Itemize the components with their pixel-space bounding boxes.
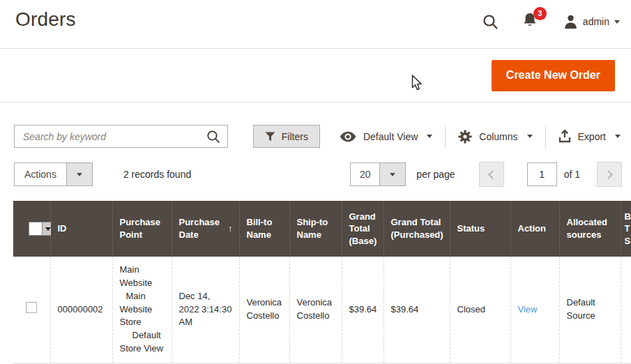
chevron-left-icon <box>488 170 497 179</box>
column-header-purchase-date[interactable]: Purchase Date ↑ <box>172 201 239 257</box>
export-label: Export <box>578 131 606 142</box>
allocated-sources-cell: Default Source <box>559 257 621 363</box>
grid-header-row: ID Purchase Point Purchase Date ↑ Bill-t… <box>13 201 631 257</box>
global-search-icon[interactable] <box>482 14 499 30</box>
column-header-ship-to[interactable]: Ship-to Name <box>289 201 342 257</box>
toolbar-divider <box>545 126 546 148</box>
select-all-checkbox[interactable] <box>29 222 42 235</box>
notification-count-badge: 3 <box>533 7 547 20</box>
eye-icon <box>340 131 356 142</box>
order-row: 000000002 Main Website Main Website Stor… <box>13 257 631 363</box>
view-selector-label: Default View <box>363 131 418 142</box>
admin-username: admin <box>583 16 609 27</box>
mass-actions-label: Actions <box>15 163 66 185</box>
page-header: Orders 3 admin <box>0 0 631 49</box>
bill-to-cell: Veronica Costello <box>239 257 289 363</box>
total-pages-label: of 1 <box>564 169 580 180</box>
column-header-purchase-point[interactable]: Purchase Point <box>112 201 172 257</box>
status-cell: Closed <box>450 257 510 363</box>
row-select-cell <box>13 257 50 363</box>
user-icon <box>563 14 578 30</box>
per-page-caret[interactable] <box>379 163 405 185</box>
ship-to-cell: Veronica Costello <box>289 257 342 363</box>
export-control[interactable]: Export <box>558 130 621 143</box>
order-id-cell: 000000002 <box>50 257 112 363</box>
grid-controls-bar: Actions 2 records found 20 per page of 1 <box>0 162 631 187</box>
mass-actions-select[interactable]: Actions <box>14 162 93 186</box>
purchase-point-store-view: Default Store View <box>120 329 165 356</box>
grand-total-base-cell: $39.64 <box>342 257 383 363</box>
keyword-search <box>14 125 228 148</box>
grid-view-controls: Filters Default View <box>253 125 621 148</box>
admin-menu[interactable]: admin <box>563 14 620 30</box>
search-icon[interactable] <box>206 130 220 144</box>
column-header-allocated-sources[interactable]: Allocated sources <box>559 201 621 257</box>
search-input[interactable] <box>23 131 206 142</box>
purchase-date-label: Purchase Date <box>179 217 220 240</box>
filter-icon <box>265 132 275 142</box>
chevron-down-icon <box>615 135 621 138</box>
pagination-controls: 20 per page of 1 <box>350 162 622 187</box>
next-page-button[interactable] <box>597 162 622 187</box>
clipped-header-line: B <box>625 211 631 223</box>
column-header-grand-total-purchased[interactable]: Grand Total (Purchased) <box>383 201 450 257</box>
row-checkbox[interactable] <box>26 302 37 313</box>
purchase-date-cell: Dec 14, 2022 3:14:30 AM <box>172 257 239 363</box>
previous-page-button[interactable] <box>479 162 504 187</box>
clipped-cell <box>621 257 631 363</box>
sort-ascending-icon[interactable]: ↑ <box>228 222 233 235</box>
per-page-label: per page <box>416 169 455 180</box>
gear-icon <box>458 130 472 144</box>
view-order-link[interactable]: View <box>518 304 538 314</box>
toolbar-divider <box>445 126 446 148</box>
export-icon <box>558 130 571 143</box>
mass-actions-caret[interactable] <box>66 163 92 185</box>
purchase-point-website: Main Website <box>120 264 165 290</box>
create-new-order-button[interactable]: Create New Order <box>492 60 615 91</box>
columns-control[interactable]: Columns <box>458 130 532 144</box>
clipped-header-line: S <box>625 235 631 248</box>
chevron-down-icon <box>527 135 533 138</box>
header-actions: 3 admin <box>482 8 620 31</box>
purchase-point-cell: Main Website Main Website Store Default … <box>112 257 172 363</box>
chevron-right-icon <box>604 170 613 179</box>
column-header-action[interactable]: Action <box>510 201 559 257</box>
per-page-select[interactable]: 20 <box>350 162 406 186</box>
column-header-status[interactable]: Status <box>450 201 510 257</box>
chevron-down-icon <box>614 20 620 24</box>
records-found-text: 2 records found <box>123 169 191 180</box>
column-header-grand-total-base[interactable]: Grand Total (Base) <box>342 201 383 257</box>
current-page-input[interactable] <box>527 162 557 186</box>
column-header-clipped[interactable]: B T S <box>621 201 631 257</box>
chevron-down-icon <box>427 135 432 138</box>
grand-total-purchased-cell: $39.64 <box>383 257 450 363</box>
page-actions-bar: Create New Order <box>0 49 631 103</box>
per-page-value: 20 <box>351 163 379 185</box>
orders-grid: ID Purchase Point Purchase Date ↑ Bill-t… <box>13 201 631 364</box>
purchase-point-store: Main Website Store <box>120 290 165 330</box>
clipped-header-line: T <box>625 222 631 235</box>
column-header-bill-to[interactable]: Bill-to Name <box>239 201 289 257</box>
filters-button[interactable]: Filters <box>253 125 320 148</box>
select-all-header <box>13 201 50 257</box>
page-title: Orders <box>15 8 76 31</box>
view-selector[interactable]: Default View <box>340 131 432 142</box>
filters-label: Filters <box>282 131 308 142</box>
columns-label: Columns <box>479 131 517 142</box>
grid-toolbar: Filters Default View <box>0 125 631 148</box>
action-cell: View <box>510 257 559 363</box>
column-header-id[interactable]: ID <box>50 201 112 257</box>
notifications-button[interactable]: 3 <box>522 12 538 31</box>
